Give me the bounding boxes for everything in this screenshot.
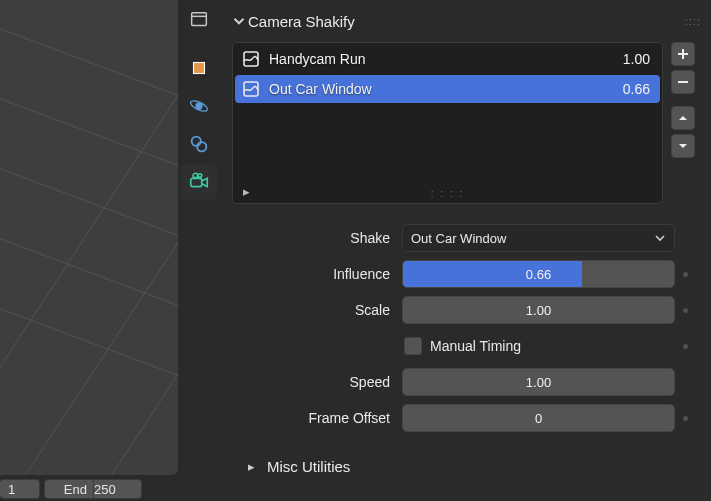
influence-label: Influence (232, 266, 402, 282)
svg-line-4 (0, 290, 178, 440)
svg-point-13 (192, 137, 201, 146)
start-frame-field[interactable]: 1 (0, 479, 40, 499)
svg-line-2 (0, 150, 178, 300)
misc-utilities-header[interactable]: ▸ Misc Utilities (232, 450, 695, 482)
tab-camera-data-icon[interactable] (181, 164, 217, 200)
svg-rect-10 (194, 63, 205, 74)
speed-value: 1.00 (526, 375, 551, 390)
tab-constraints-icon[interactable] (181, 126, 217, 162)
list-expand-icon[interactable]: ▸ (243, 184, 250, 199)
list-resize-grip-icon[interactable]: : : : : (431, 188, 464, 199)
shake-list[interactable]: Handycam Run1.00Out Car Window0.66 ▸ : :… (232, 42, 663, 204)
tab-physics-icon[interactable] (181, 88, 217, 124)
move-up-button[interactable] (671, 106, 695, 130)
keyframe-dot[interactable] (675, 344, 695, 349)
scale-slider[interactable]: 1.00 (402, 296, 675, 324)
scale-value: 1.00 (526, 303, 551, 318)
svg-line-5 (0, 0, 178, 475)
drag-grip-icon[interactable]: :::: (685, 15, 701, 27)
influence-value: 0.66 (526, 267, 551, 282)
timeline-frame-range: 1 End 250 (0, 479, 180, 501)
chevron-down-icon (654, 232, 666, 244)
manual-timing-label: Manual Timing (430, 338, 521, 354)
remove-shake-button[interactable] (671, 70, 695, 94)
svg-rect-8 (192, 13, 207, 26)
shake-list-item[interactable]: Out Car Window0.66 (235, 75, 660, 103)
tab-output-icon[interactable] (181, 2, 217, 38)
scale-label: Scale (232, 302, 402, 318)
speed-label: Speed (232, 374, 402, 390)
properties-tab-bar (178, 0, 220, 501)
frame-offset-slider[interactable]: 0 (402, 404, 675, 432)
checkbox-box (404, 337, 422, 355)
viewport-3d[interactable] (0, 0, 178, 475)
chevron-down-icon (230, 12, 248, 30)
svg-point-17 (198, 174, 202, 178)
move-down-button[interactable] (671, 134, 695, 158)
svg-line-1 (0, 80, 178, 230)
shake-name: Handycam Run (269, 51, 615, 67)
influence-slider[interactable]: 0.66 (402, 260, 675, 288)
manual-timing-checkbox[interactable]: Manual Timing (402, 332, 675, 360)
speed-slider[interactable]: 1.00 (402, 368, 675, 396)
camera-shakify-panel: Camera Shakify :::: Handycam Run1.00Out … (220, 0, 711, 501)
tab-object-icon[interactable] (181, 50, 217, 86)
end-frame-label[interactable]: End (44, 479, 94, 499)
end-frame-field[interactable]: 250 (94, 479, 142, 499)
svg-line-6 (0, 10, 178, 475)
svg-point-16 (193, 173, 198, 178)
misc-utilities-label: Misc Utilities (267, 458, 350, 475)
svg-line-3 (0, 220, 178, 370)
shake-label: Shake (232, 230, 402, 246)
keyframe-dot[interactable] (675, 272, 695, 277)
panel-title: Camera Shakify (248, 13, 355, 30)
add-shake-button[interactable] (671, 42, 695, 66)
shake-name: Out Car Window (269, 81, 615, 97)
svg-line-0 (0, 10, 178, 160)
frame-offset-label: Frame Offset (232, 410, 402, 426)
keyframe-dot[interactable] (675, 416, 695, 421)
shake-list-item[interactable]: Handycam Run1.00 (235, 45, 660, 73)
shake-value: 0.66 (623, 81, 650, 97)
svg-line-7 (30, 50, 178, 475)
frame-offset-value: 0 (535, 411, 542, 426)
action-icon (241, 79, 261, 99)
shake-type-value: Out Car Window (411, 231, 506, 246)
action-icon (241, 49, 261, 69)
shake-value: 1.00 (623, 51, 650, 67)
shake-type-select[interactable]: Out Car Window (402, 224, 675, 252)
svg-rect-15 (191, 178, 202, 186)
panel-header[interactable]: Camera Shakify :::: (226, 6, 701, 36)
svg-point-14 (197, 142, 206, 151)
keyframe-dot[interactable] (675, 308, 695, 313)
chevron-right-icon: ▸ (248, 459, 255, 474)
